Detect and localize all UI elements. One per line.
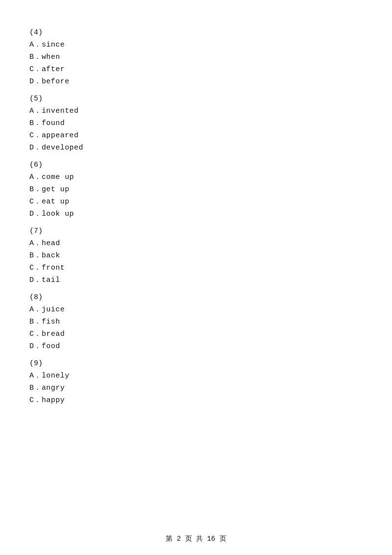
option-4-a[interactable]: A．since (29, 40, 363, 49)
option-7-a[interactable]: A．head (29, 238, 363, 248)
question-number-7: (7) (29, 227, 363, 235)
option-9-a[interactable]: A．lonely (29, 371, 363, 380)
question-number-4: (4) (29, 28, 363, 37)
option-5-d[interactable]: D．developed (29, 143, 363, 152)
option-7-d[interactable]: D．tail (29, 275, 363, 284)
page-content: (4)A．sinceB．whenC．afterD．before(5)A．inve… (0, 0, 392, 437)
option-6-d[interactable]: D．look up (29, 209, 363, 218)
option-4-d[interactable]: D．before (29, 76, 363, 86)
footer-text: 第 2 页 共 16 页 (166, 535, 226, 543)
option-5-a[interactable]: A．invented (29, 106, 363, 115)
question-number-9: (9) (29, 359, 363, 368)
option-5-c[interactable]: C．appeared (29, 130, 363, 140)
question-number-5: (5) (29, 95, 363, 103)
question-number-6: (6) (29, 161, 363, 169)
page-footer: 第 2 页 共 16 页 (0, 534, 392, 543)
option-4-b[interactable]: B．when (29, 52, 363, 61)
option-8-d[interactable]: D．food (29, 341, 363, 351)
option-6-c[interactable]: C．eat up (29, 197, 363, 206)
option-5-b[interactable]: B．found (29, 118, 363, 127)
option-8-b[interactable]: B．fish (29, 317, 363, 326)
option-6-a[interactable]: A．come up (29, 172, 363, 181)
option-8-a[interactable]: A．juice (29, 304, 363, 314)
option-7-b[interactable]: B．back (29, 251, 363, 260)
question-number-8: (8) (29, 293, 363, 302)
option-6-b[interactable]: B．get up (29, 184, 363, 194)
option-9-c[interactable]: C．happy (29, 395, 363, 404)
option-4-c[interactable]: C．after (29, 64, 363, 74)
option-7-c[interactable]: C．front (29, 263, 363, 272)
option-8-c[interactable]: C．bread (29, 329, 363, 338)
option-9-b[interactable]: B．angry (29, 383, 363, 392)
